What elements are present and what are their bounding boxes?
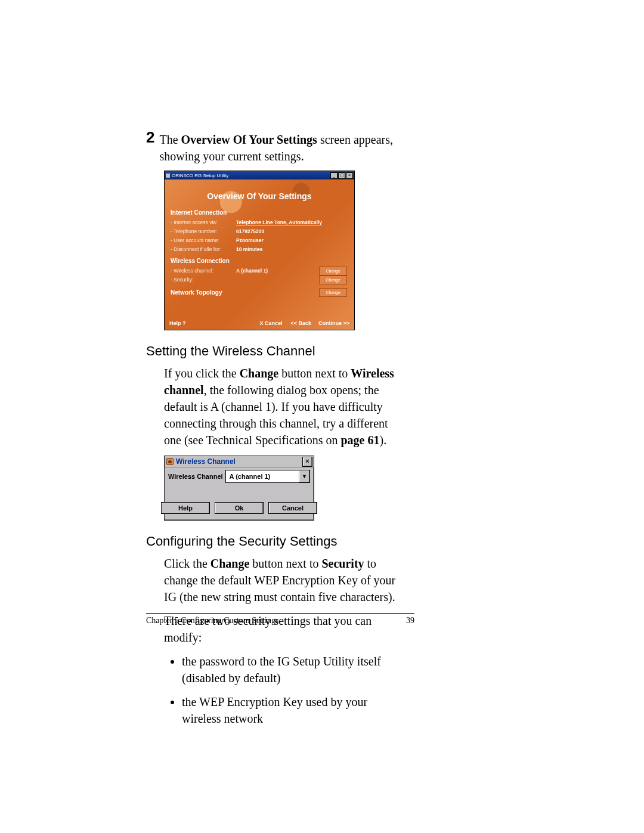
wc-label: Wireless Channel [168,473,223,480]
overview-heading: Overview Of Your Settings [171,191,348,201]
overview-footer: Help ? X Cancel << Back Continue >> [165,320,354,326]
t: button next to [278,367,351,380]
continue-link[interactable]: Continue >> [318,320,349,326]
help-button[interactable]: Help [161,502,210,514]
overview-body: Overview Of Your Settings Internet Conne… [165,179,354,330]
lbl: User account name: [171,236,236,245]
wc-titlebar: Wireless Channel × [165,456,314,467]
overview-window-title: ORiN3CO RG Setup Utility [166,173,228,178]
t: button next to [249,557,321,570]
app-icon [166,458,174,465]
t-bold: Change [240,367,279,380]
row-wireless-channel: Wireless channel: A (channel 1) Change [171,267,348,275]
change-security-button[interactable]: Change [319,275,347,284]
lbl: Telephone number: [171,227,236,236]
security-bullets: the password to the IG Setup Utility its… [164,653,408,727]
row-security: Security: Change [171,275,348,284]
val: Pzoomuser [236,236,348,245]
val: 6179275200 [236,227,348,236]
window-buttons: _ ▢ × [330,172,353,179]
step-text: The Overview Of Your Settings screen app… [159,131,404,165]
chevron-down-icon[interactable]: ▼ [299,470,309,482]
section-internet-title: Internet Connection [171,209,348,216]
overview-window: ORiN3CO RG Setup Utility _ ▢ × Overview … [164,171,355,330]
wireless-channel-dialog: Wireless Channel × Wireless Channel A (c… [164,456,314,521]
cancel-link[interactable]: X Cancel [259,320,282,326]
help-link[interactable]: Help ? [169,320,186,326]
t-bold: Change [210,557,250,570]
t: ). [379,433,386,447]
t: Click the [164,557,210,570]
row-topology: Network Topology Change [171,288,348,297]
page-footer: Chapter 5 Configuring Custom Settings 39 [146,613,414,625]
change-topology-button[interactable]: Change [319,288,347,297]
section-wireless-title: Wireless Connection [171,258,348,264]
section-topology-title: Network Topology [171,288,222,297]
lbl: Disconnect if idle for: [171,245,236,254]
cancel-button[interactable]: Cancel [268,502,317,514]
back-link[interactable]: << Back [290,320,311,326]
footer-left: Chapter 5 Configuring Custom Settings [146,616,278,625]
row-internet-access: Internet access via: Telephone Line Tone… [171,218,348,227]
val-link[interactable]: Telephone Line Tone, Automatically [236,219,322,225]
ok-button[interactable]: Ok [215,502,264,514]
t-bold: Overview Of Your Settings [181,133,317,146]
row-disconnect-idle: Disconnect if idle for: 10 minutes [171,245,348,254]
close-icon[interactable]: × [302,457,312,467]
row-user-account: User account name: Pzoomuser [171,236,348,245]
t-bold: Security [321,557,364,570]
lbl: Wireless channel: [171,267,236,275]
val: Telephone Line Tone, Automatically [236,218,348,227]
wc-selected-value: A (channel 1) [230,473,271,480]
wc-select[interactable]: A (channel 1) ▼ [225,470,310,483]
para-wireless: If you click the Change button next to W… [164,365,402,448]
wc-row: Wireless Channel A (channel 1) ▼ [168,470,310,483]
t: The [159,133,181,146]
step-number: 2 [146,130,154,144]
close-icon[interactable]: × [346,172,353,179]
overview-titlebar: ORiN3CO RG Setup Utility _ ▢ × [165,171,354,179]
heading-wireless: Setting the Wireless Channel [146,343,504,359]
step-2: 2 The Overview Of Your Settings screen a… [146,131,504,165]
maximize-icon[interactable]: ▢ [338,172,345,179]
lbl: Internet access via: [171,218,236,227]
bullet-item: the WEP Encryption Key used by your wire… [182,693,408,727]
val: 10 minutes [236,245,348,254]
footer-page-number: 39 [406,616,414,625]
wc-body: Wireless Channel A (channel 1) ▼ Help Ok… [165,467,314,520]
bullet-item: the password to the IG Setup Utility its… [182,653,408,686]
row-telephone: Telephone number: 6179275200 [171,227,348,236]
minimize-icon[interactable]: _ [330,172,338,179]
para-security-1: Click the Change button next to Security… [164,555,402,605]
change-wireless-button[interactable]: Change [319,267,347,275]
document-page: 2 The Overview Of Your Settings screen a… [146,131,504,734]
t-bold: page 61 [340,433,379,447]
t: If you click the [164,367,240,380]
heading-security: Configuring the Security Settings [146,534,504,549]
wc-title: Wireless Channel [176,457,236,466]
wc-button-row: Help Ok Cancel [168,502,310,515]
lbl: Security: [171,275,236,284]
